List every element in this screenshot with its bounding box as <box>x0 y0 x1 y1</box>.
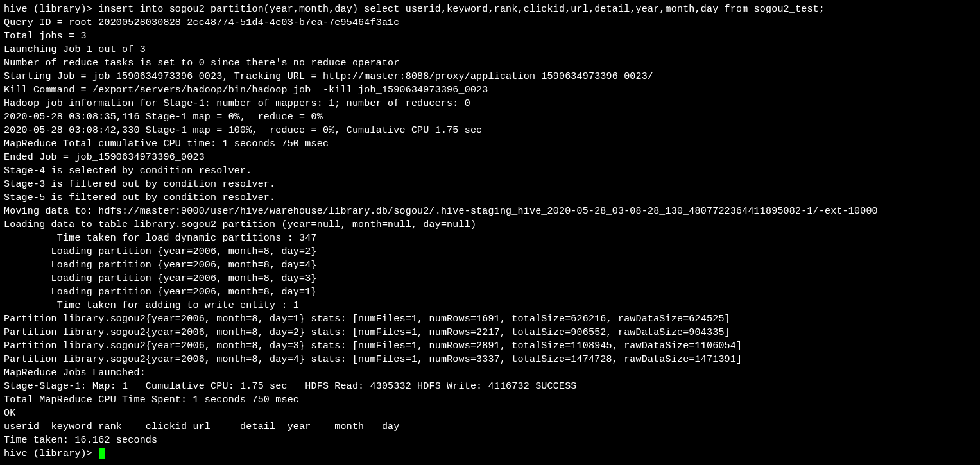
terminal-line: Time taken for adding to write entity : … <box>4 300 299 311</box>
terminal-line: Loading partition {year=2006, month=8, d… <box>4 287 317 298</box>
terminal-line: Stage-4 is selected by condition resolve… <box>4 165 252 176</box>
terminal-line: Partition library.sogou2{year=2006, mont… <box>4 354 742 365</box>
terminal-line: Query ID = root_20200528030828_2cc48774-… <box>4 17 400 28</box>
cursor-icon <box>99 448 105 459</box>
terminal-line: 2020-05-28 03:08:42,330 Stage-1 map = 10… <box>4 125 482 136</box>
terminal-line: Stage-3 is filtered out by condition res… <box>4 179 275 190</box>
terminal-line: Partition library.sogou2{year=2006, mont… <box>4 327 730 338</box>
terminal-line: Stage-Stage-1: Map: 1 Cumulative CPU: 1.… <box>4 381 577 392</box>
terminal-line: Total jobs = 3 <box>4 31 87 42</box>
terminal-line: Hadoop job information for Stage-1: numb… <box>4 98 470 109</box>
terminal-line: Starting Job = job_1590634973396_0023, T… <box>4 71 653 82</box>
terminal-line: Ended Job = job_1590634973396_0023 <box>4 152 205 163</box>
terminal-line: 2020-05-28 03:08:35,116 Stage-1 map = 0%… <box>4 112 323 123</box>
terminal-line: Stage-5 is filtered out by condition res… <box>4 192 275 203</box>
terminal-line: Partition library.sogou2{year=2006, mont… <box>4 314 730 325</box>
terminal-line: Loading partition {year=2006, month=8, d… <box>4 246 317 257</box>
terminal-line: Kill Command = /export/servers/hadoop/bi… <box>4 85 488 96</box>
terminal-line: MapReduce Jobs Launched: <box>4 368 146 378</box>
terminal-output[interactable]: hive (library)> insert into sogou2 parti… <box>0 0 980 463</box>
terminal-line: hive (library)> insert into sogou2 parti… <box>4 4 825 15</box>
terminal-line: Loading partition {year=2006, month=8, d… <box>4 260 317 271</box>
terminal-line: Time taken for load dynamic partitions :… <box>4 233 317 244</box>
terminal-line: Loading data to table library.sogou2 par… <box>4 219 476 230</box>
terminal-line: MapReduce Total cumulative CPU time: 1 s… <box>4 139 329 149</box>
terminal-line: userid keyword rank clickid url detail y… <box>4 421 400 432</box>
terminal-prompt[interactable]: hive (library)> <box>4 448 98 459</box>
terminal-line: Time taken: 16.162 seconds <box>4 435 157 446</box>
terminal-line: Partition library.sogou2{year=2006, mont… <box>4 341 742 351</box>
terminal-line: Loading partition {year=2006, month=8, d… <box>4 273 317 284</box>
terminal-line: Number of reduce tasks is set to 0 since… <box>4 58 400 69</box>
terminal-line: OK <box>4 408 15 419</box>
terminal-line: Total MapReduce CPU Time Spent: 1 second… <box>4 394 299 405</box>
terminal-line: Launching Job 1 out of 3 <box>4 44 146 55</box>
terminal-line: Moving data to: hdfs://master:9000/user/… <box>4 206 878 217</box>
